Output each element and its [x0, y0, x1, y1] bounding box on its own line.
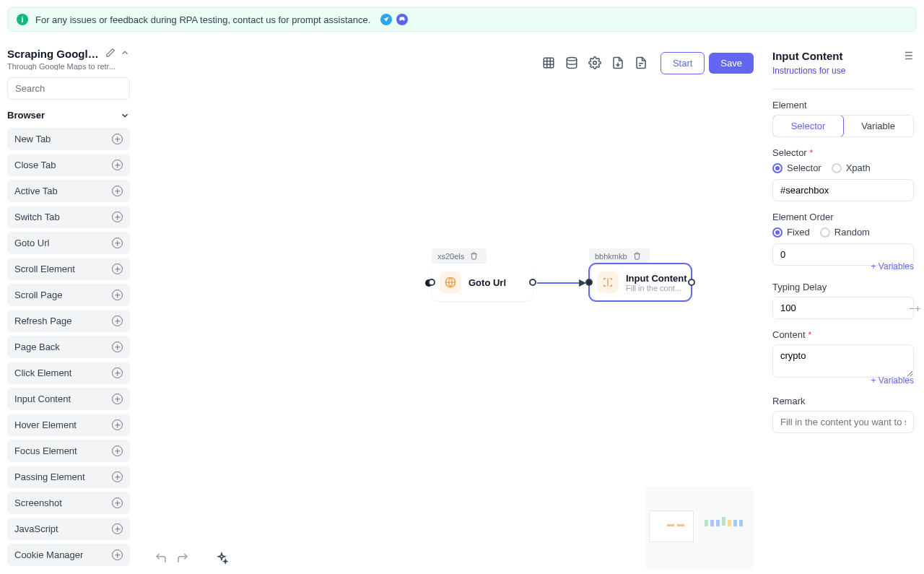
sidebar-item[interactable]: Cookie Manager	[7, 544, 130, 566]
data-table-icon[interactable]	[538, 52, 559, 74]
svg-point-2	[593, 61, 597, 65]
plus-icon[interactable]	[112, 134, 123, 144]
sidebar-item[interactable]: Passing Element	[7, 466, 130, 488]
plus-icon[interactable]	[112, 342, 123, 352]
delete-node-button[interactable]	[467, 251, 481, 261]
radio-random[interactable]: Random	[820, 227, 870, 238]
minimap[interactable]	[645, 487, 754, 570]
ai-sparkle-button[interactable]	[212, 549, 231, 568]
sidebar-item[interactable]: Focus Element	[7, 440, 130, 462]
undo-button[interactable]	[152, 549, 170, 568]
sidebar-item[interactable]: Page Back	[7, 336, 130, 358]
plus-icon[interactable]	[112, 471, 123, 482]
properties-panel: Input Content Instructions for use Eleme…	[762, 39, 924, 574]
save-button[interactable]: Save	[709, 53, 754, 74]
radio-selector[interactable]: Selector	[772, 162, 821, 173]
sidebar-item[interactable]: Close Tab	[7, 154, 130, 176]
sidebar-item-label: Hover Element	[14, 419, 77, 430]
radio-fixed[interactable]: Fixed	[772, 227, 810, 238]
stepper-minus[interactable]: −	[909, 303, 915, 314]
sidebar-item-label: Input Content	[14, 393, 71, 404]
sidebar-item-label: Passing Element	[14, 471, 85, 482]
plus-icon[interactable]	[112, 445, 123, 456]
remark-input[interactable]	[772, 411, 914, 433]
export-icon[interactable]	[607, 52, 629, 74]
typing-delay-stepper: − +	[772, 297, 914, 319]
sidebar-item-label: Scroll Element	[14, 264, 75, 274]
plus-icon[interactable]	[112, 264, 123, 274]
sidebar-item[interactable]: Goto Url	[7, 232, 130, 254]
toolbar: Start Save	[533, 48, 754, 78]
edit-icon[interactable]	[105, 48, 116, 58]
globe-icon	[440, 271, 461, 293]
input-icon	[597, 271, 619, 293]
tab-variable[interactable]: Variable	[843, 116, 913, 136]
instructions-link[interactable]: Instructions for use	[772, 66, 845, 76]
sidebar-item[interactable]: Hover Element	[7, 414, 130, 436]
plus-icon[interactable]	[112, 290, 123, 300]
node-tag: bbhkmkb	[589, 248, 650, 264]
sidebar-item[interactable]: New Tab	[7, 128, 130, 150]
collapse-icon[interactable]	[120, 48, 130, 58]
tab-selector[interactable]: Selector	[772, 115, 844, 137]
sidebar-item[interactable]: Refresh Page	[7, 310, 130, 332]
port-in[interactable]	[585, 279, 593, 286]
plus-icon[interactable]	[112, 316, 123, 326]
plus-icon[interactable]	[112, 497, 123, 508]
sidebar-item[interactable]: Scroll Element	[7, 258, 130, 280]
category-header[interactable]: Browser	[7, 107, 130, 123]
category-label: Browser	[7, 110, 45, 121]
sidebar-item[interactable]: Click Element	[7, 362, 130, 384]
panel-title: Input Content	[772, 50, 842, 62]
search-input[interactable]	[7, 77, 130, 100]
sidebar-item-label: New Tab	[14, 134, 51, 144]
node-title: Input Content	[626, 273, 687, 284]
plus-icon[interactable]	[112, 212, 123, 222]
selector-input[interactable]	[772, 179, 914, 201]
sidebar-item[interactable]: Scroll Page	[7, 284, 130, 306]
node-tag: xs20els	[432, 248, 487, 264]
port-in[interactable]	[428, 279, 435, 286]
plus-icon[interactable]	[112, 368, 123, 378]
list-icon[interactable]	[901, 49, 914, 62]
plus-icon[interactable]	[112, 160, 123, 170]
plus-icon[interactable]	[112, 393, 123, 404]
discord-icon[interactable]	[396, 14, 408, 25]
banner-text: For any issues or feedback during RPA te…	[35, 14, 370, 25]
database-icon[interactable]	[561, 52, 583, 74]
plus-icon[interactable]	[112, 186, 123, 196]
node-input-content[interactable]: Input Content Fill in the cont...	[589, 264, 692, 301]
sidebar-item[interactable]: Active Tab	[7, 180, 130, 202]
start-button[interactable]: Start	[661, 52, 705, 74]
flow-canvas[interactable]: Start Save xs20els Goto Url bbhkmkb	[137, 39, 762, 574]
plus-icon[interactable]	[112, 419, 123, 430]
port-out[interactable]	[688, 279, 695, 286]
redo-button[interactable]	[173, 549, 192, 568]
delay-input[interactable]	[773, 297, 909, 318]
sidebar-item-label: Switch Tab	[14, 212, 60, 222]
sidebar-item-label: Refresh Page	[14, 316, 72, 326]
content-input[interactable]	[772, 344, 914, 378]
sidebar-item[interactable]: Input Content	[7, 388, 130, 410]
settings-icon[interactable]	[584, 52, 606, 74]
sidebar-item[interactable]: Switch Tab	[7, 206, 130, 228]
element-order-label: Element Order	[772, 212, 914, 222]
telegram-icon[interactable]	[380, 14, 392, 25]
plus-icon[interactable]	[112, 238, 123, 248]
notes-icon[interactable]	[630, 52, 652, 74]
plus-icon[interactable]	[112, 549, 123, 560]
sidebar-item-label: Active Tab	[14, 186, 58, 196]
sidebar-item-label: Focus Element	[14, 445, 77, 456]
sidebar-item[interactable]: JavaScript	[7, 518, 130, 540]
sidebar-item[interactable]: Screenshot	[7, 492, 130, 514]
element-label: Element	[772, 100, 914, 110]
stepper-plus[interactable]: +	[915, 303, 920, 314]
radio-xpath[interactable]: Xpath	[832, 162, 871, 173]
plus-icon[interactable]	[112, 523, 123, 534]
delete-node-button[interactable]	[630, 251, 644, 261]
remark-label: Remark	[772, 396, 914, 406]
node-goto-url[interactable]: Goto Url	[432, 264, 533, 301]
sidebar-item-label: Cookie Manager	[14, 549, 83, 560]
workflow-subtitle: Through Google Maps to retr...	[7, 62, 130, 70]
sidebar-item-label: Click Element	[14, 368, 71, 378]
